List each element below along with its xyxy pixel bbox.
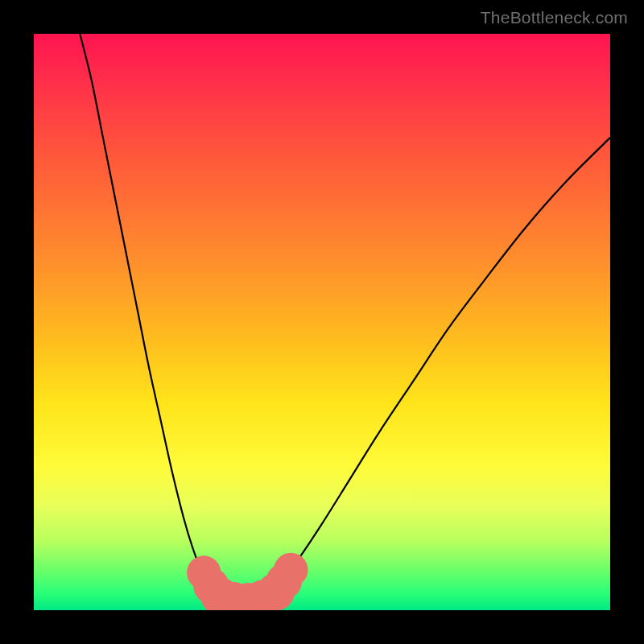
curve-svg — [34, 34, 610, 610]
bottleneck-curve — [80, 34, 610, 605]
watermark-text: TheBottleneck.com — [481, 8, 628, 27]
chart-frame: TheBottleneck.com — [0, 0, 644, 644]
plot-area — [34, 34, 610, 610]
valley-marker — [274, 553, 308, 587]
